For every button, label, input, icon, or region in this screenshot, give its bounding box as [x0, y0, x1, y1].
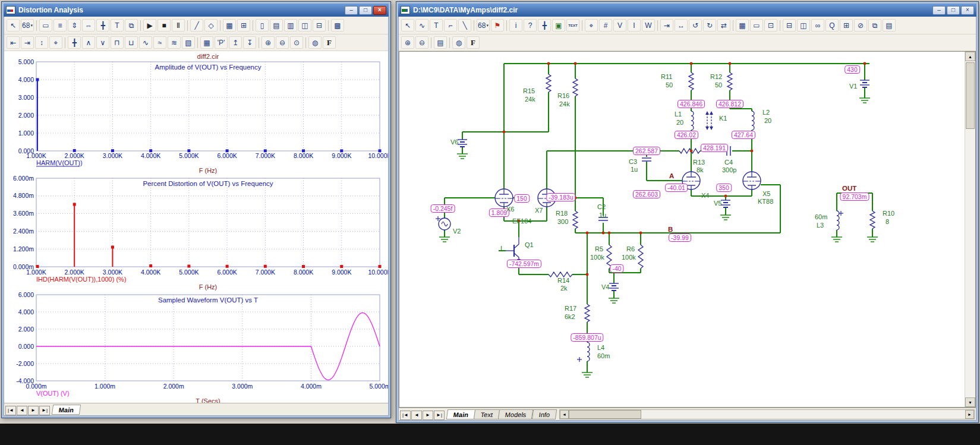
cursor-mode-icon[interactable]: ╋ [96, 19, 109, 31]
node-value-box[interactable]: -0.245f [431, 204, 455, 213]
find-part-icon[interactable]: Q [825, 19, 839, 31]
fit-vertical-icon[interactable]: ↕ [35, 36, 48, 49]
font-icon[interactable]: F [467, 36, 480, 49]
run-icon[interactable]: ▶ [143, 19, 156, 31]
select-mode-icon[interactable]: ▭ [39, 19, 52, 31]
line-draw-icon[interactable]: ╱ [190, 19, 203, 31]
zoom-in-icon[interactable]: ⊕ [261, 36, 275, 49]
data-points-icon[interactable]: ▦ [200, 36, 213, 49]
page-tab-main[interactable]: Main [52, 405, 81, 415]
next-page-button[interactable]: ► [423, 411, 433, 420]
no-connect-icon[interactable]: ⊘ [854, 19, 867, 31]
select-arrow-icon[interactable]: ↖ [7, 19, 20, 31]
scroll-down-button[interactable]: ▼ [965, 397, 975, 407]
scroll-right-button[interactable]: ► [965, 410, 974, 419]
help-globe-icon[interactable]: ◍ [308, 36, 322, 49]
close-button[interactable]: × [961, 6, 974, 15]
right-titlebar[interactable]: D:\MC9\DATA\MyAmps\diff2.cir – □ × [398, 4, 976, 17]
flag-mode-icon[interactable]: ⚑ [491, 19, 504, 31]
minimize-button[interactable]: – [345, 6, 358, 15]
zoom-in-icon[interactable]: ⊕ [401, 36, 414, 49]
list-icon[interactable]: ≡ [53, 19, 67, 31]
node-value-box[interactable]: 262.587 [633, 147, 660, 155]
calculator-icon[interactable]: ⊞ [840, 19, 853, 31]
page-mode-icon[interactable]: ▤ [434, 36, 447, 49]
close-button[interactable]: × [373, 6, 386, 15]
tile-vertical-icon[interactable]: ◫ [797, 19, 810, 31]
picture-icon[interactable]: ▣ [552, 19, 565, 31]
scroll-left-button[interactable]: ◄ [560, 410, 569, 419]
component-picker[interactable]: 68▾ [21, 19, 34, 31]
top-icon[interactable]: ⊓ [111, 36, 124, 49]
stretch-icon[interactable]: ↔ [675, 19, 688, 31]
node-value-box[interactable]: 426.02 [675, 131, 698, 139]
node-value-box[interactable]: -39.99 [669, 233, 691, 242]
smooth-icon[interactable]: ≈ [153, 36, 166, 49]
animate-icon[interactable]: ▧ [182, 36, 195, 49]
component-picker[interactable]: 68▾ [477, 19, 490, 31]
step-icon[interactable]: ⇥ [660, 19, 673, 31]
pause-icon[interactable]: Ⅱ [172, 19, 185, 31]
zoom-area-icon[interactable]: ⊙ [290, 36, 303, 49]
last-page-button[interactable]: ►| [39, 406, 50, 415]
point-probe-icon[interactable]: ╋ [538, 19, 551, 31]
schematic-canvas[interactable]: 430426.846426.812426.02427.64428.191262.… [399, 51, 976, 408]
page-tab-info[interactable]: Info [532, 409, 557, 419]
horizontal-scale-icon[interactable]: ⇔ [82, 19, 95, 31]
info-mode-icon[interactable]: i [509, 19, 522, 31]
node-value-box[interactable]: 150 [514, 194, 530, 203]
page-tab-text[interactable]: Text [474, 409, 500, 419]
node-value-box[interactable]: 426.812 [716, 100, 743, 108]
wire-diagonal-icon[interactable]: ╲ [458, 19, 471, 31]
page-tab-models[interactable]: Models [498, 409, 534, 419]
node-value-box[interactable]: -39.183u [546, 193, 575, 201]
valley-icon[interactable]: ∨ [96, 36, 109, 49]
next-page-button[interactable]: ► [28, 406, 39, 415]
left-titlebar[interactable]: Distortion Analysis – □ × [4, 4, 389, 17]
select-arrow-icon[interactable]: ↖ [401, 19, 414, 31]
node-value-box[interactable]: -40 [610, 264, 623, 273]
copy-icon[interactable]: ⧉ [125, 19, 138, 31]
charts-canvas[interactable]: Amplitude of V(OUT) vs Frequency5.0004.0… [4, 51, 388, 403]
curve-up-icon[interactable]: ↥ [229, 36, 242, 49]
node-value-box[interactable]: 426.846 [678, 100, 705, 108]
split-pane-icon[interactable]: ◫ [298, 19, 311, 31]
prev-page-button[interactable]: ◄ [411, 411, 422, 420]
wire-orthogonal-icon[interactable]: ⌐ [444, 19, 457, 31]
minimize-button[interactable]: – [932, 6, 946, 15]
curve-down-icon[interactable]: ↧ [243, 36, 256, 49]
shape-draw-icon[interactable]: ◇ [204, 19, 218, 31]
node-value-box[interactable]: 428.191 [701, 144, 728, 152]
crop-icon[interactable]: ⊡ [764, 19, 777, 31]
vertical-scale-icon[interactable]: ⇕ [68, 19, 81, 31]
crosshair-cursor-icon[interactable]: ╋ [68, 36, 81, 49]
repeat-icon[interactable]: ∞ [811, 19, 824, 31]
node-value-box[interactable]: 350 [716, 184, 732, 192]
tile-horizontal-icon[interactable]: ⊟ [783, 19, 796, 31]
bottom-icon[interactable]: ⊔ [125, 36, 138, 49]
scroll-up-button[interactable]: ▲ [965, 52, 975, 61]
node-value-box[interactable]: -742.597m [507, 260, 541, 268]
properties-icon[interactable]: 'P' [215, 36, 228, 49]
node-value-box[interactable]: 92.703m [840, 192, 869, 201]
pan-right-icon[interactable]: ⇥ [21, 36, 34, 49]
wire-squiggle-icon[interactable]: ∿ [415, 19, 428, 31]
node-value-box[interactable]: 262.603 [633, 190, 660, 198]
zoom-out-icon[interactable]: ⊖ [276, 36, 289, 49]
stack-windows-icon[interactable]: ⧉ [868, 19, 881, 31]
hatch-grid-icon[interactable]: ▩ [331, 19, 344, 31]
horizontal-scrollbar[interactable]: ◄ ► [559, 409, 975, 419]
overlay-waves-icon[interactable]: ≋ [168, 36, 181, 49]
page-tab-main[interactable]: Main [446, 409, 475, 419]
vertical-scrollbar[interactable]: ▲ ▼ [965, 52, 975, 407]
help-globe-icon[interactable]: ◍ [452, 36, 465, 49]
node-value-box[interactable]: -859.807u [571, 333, 603, 342]
horizontal-scroll-thumb[interactable] [569, 410, 641, 419]
prev-page-button[interactable]: ◄ [17, 406, 27, 415]
font-icon[interactable]: F [323, 36, 336, 49]
first-page-button[interactable]: |◄ [5, 406, 16, 415]
zoom-out-icon[interactable]: ⊖ [415, 36, 428, 49]
grid-icon[interactable]: ▦ [223, 19, 236, 31]
peak-icon[interactable]: ∧ [82, 36, 95, 49]
node-numbers-icon[interactable]: # [599, 19, 612, 31]
